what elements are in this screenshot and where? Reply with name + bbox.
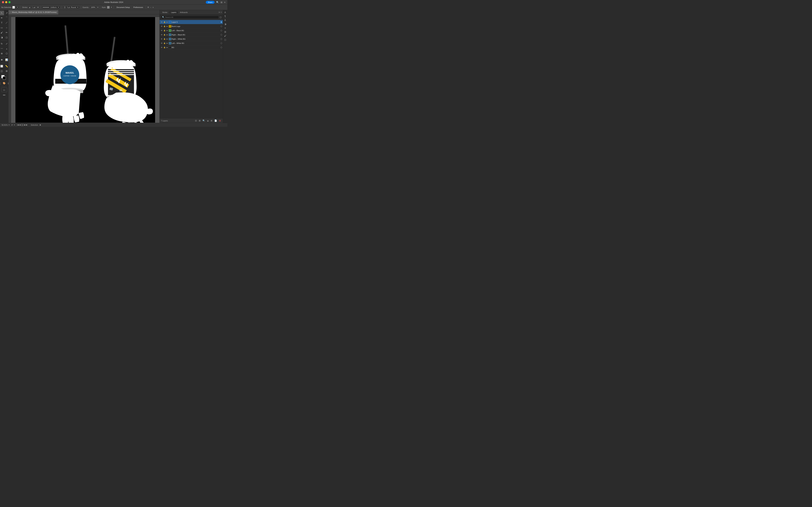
transform-icon[interactable]: ≡ [153, 6, 153, 8]
play-button[interactable]: ▶ [40, 124, 41, 126]
expand-arrow-1[interactable]: ▶ [166, 25, 169, 27]
artboards-tab[interactable]: Artboards [178, 11, 189, 14]
visibility-eye-6[interactable]: 👁 [160, 47, 163, 48]
mesh-tool[interactable]: ⊞ [4, 69, 9, 73]
collect-in-new-layer-button[interactable]: ⊞ [198, 119, 201, 122]
eraser-tool[interactable]: ◻ [4, 35, 9, 40]
layer-target-2[interactable] [221, 30, 222, 32]
panel-icon-8[interactable]: ◻ [224, 38, 227, 41]
visibility-eye-3[interactable]: 👁 [160, 34, 163, 36]
blend-tool[interactable]: ◑ [0, 35, 4, 40]
stroke-value[interactable]: 1 pt [32, 6, 36, 9]
new-layer-button[interactable]: 📄 [214, 119, 217, 122]
layer-target-1[interactable] [221, 25, 222, 27]
appearance-icon[interactable]: ◑ [224, 22, 227, 26]
fill-color-swatch[interactable] [12, 6, 15, 9]
arrange-icon[interactable]: ⊞ [147, 6, 149, 8]
pattern-icon[interactable]: ⊞ [224, 30, 227, 34]
layer-row[interactable]: 👁 🔒 ▶ Left – White BG [160, 41, 223, 45]
menu-icon[interactable]: ≡ [224, 1, 226, 4]
fill-color-dropdown[interactable]: ▼ [16, 6, 19, 8]
align-right-icon[interactable]: ≡ [224, 26, 226, 30]
layer-row[interactable]: 👁 🔒 ▶ Layer 5 [160, 20, 223, 24]
share-button[interactable]: Share [206, 1, 214, 4]
free-transform-tool[interactable]: ⟁ [4, 46, 9, 51]
warp-tool[interactable]: 〰 [0, 46, 4, 51]
artboard[interactable]: WAVES. COFFEE + HOUSE [15, 17, 155, 123]
artboard-tool[interactable]: ⬜ [0, 64, 4, 68]
expand-arrow-5[interactable]: ▶ [166, 42, 169, 44]
graph-tool[interactable]: 📊 [4, 58, 9, 62]
panel-expand-icon[interactable]: ≫ ≡ [218, 11, 222, 13]
canvas-surface[interactable]: WAVES. COFFEE + HOUSE [11, 17, 160, 123]
stroke-stepper-down[interactable]: ▲ [29, 6, 30, 8]
layer-target-5[interactable] [221, 42, 222, 44]
nav-last-button[interactable]: ▶| [26, 124, 27, 126]
search-input-wrap[interactable]: 🔍 [161, 16, 219, 19]
visibility-eye-2[interactable]: 👁 [160, 30, 163, 32]
none-color-button[interactable]: ⬚ [0, 81, 2, 86]
expand-arrow-3[interactable]: ▶ [166, 34, 169, 36]
layers-search-input[interactable] [165, 16, 217, 18]
lock-icon-4[interactable]: 🔒 [163, 38, 166, 40]
lock-icon-2[interactable]: 🔒 [163, 30, 166, 32]
layer-row[interactable]: 👁 🔒 ▶ BG [160, 45, 223, 50]
canvas-tab-close[interactable]: × [10, 11, 11, 13]
style-swatch[interactable] [107, 6, 110, 9]
lock-icon-6[interactable]: 🔒 [163, 47, 166, 48]
close-window-button[interactable] [2, 1, 4, 3]
preferences-button[interactable]: Preferences [132, 6, 144, 9]
direct-selection-tool[interactable]: ↗ [4, 11, 9, 15]
expand-arrow-4[interactable]: ▶ [166, 38, 169, 40]
minimize-window-button[interactable] [5, 1, 7, 3]
gradient-tool[interactable]: ◫ [0, 69, 4, 73]
lock-icon-5[interactable]: 🔒 [163, 42, 166, 44]
layer-target-0[interactable] [221, 21, 222, 23]
style-dropdown[interactable]: ▼ [111, 6, 112, 8]
pen-tool[interactable]: ✒ [0, 16, 4, 20]
expand-arrow-6[interactable]: ▶ [166, 47, 169, 48]
layer-target-3[interactable] [221, 34, 222, 36]
type-tool-icon[interactable]: A [224, 11, 226, 14]
visibility-eye-1[interactable]: 👁 [160, 25, 163, 27]
more-tools-button[interactable]: ••• [2, 93, 6, 97]
search-icon[interactable]: 🔍 [216, 1, 219, 4]
layer-row[interactable]: 👁 🔒 ▶ Right – Black BG [160, 33, 223, 37]
zoom-value[interactable]: 92.81% [2, 124, 8, 126]
layer-options-button[interactable]: ⬙ [206, 119, 209, 122]
stroke-indicator[interactable] [3, 76, 6, 79]
visibility-eye-0[interactable]: 👁 [160, 21, 163, 23]
ellipse-tool[interactable]: ○ [4, 25, 9, 30]
rotate-value[interactable]: 0° [11, 124, 13, 126]
rotate-dropdown[interactable]: ▼ [14, 124, 15, 126]
opacity-dropdown[interactable]: ▼ [97, 6, 99, 8]
maximize-window-button[interactable] [8, 1, 10, 3]
puppet-warp-tool[interactable]: ⊕ [0, 51, 4, 56]
scale-tool[interactable]: ⤢ [4, 42, 9, 46]
stroke-unit-dropdown[interactable]: ▼ [37, 6, 39, 8]
curvature-tool[interactable]: ⌒ [4, 16, 9, 20]
opacity-value[interactable]: 100% [90, 6, 96, 9]
stroke-tab[interactable]: Stroke [161, 11, 169, 14]
layer-row[interactable]: 👁 🔒 ▶ Right – White BG [160, 37, 223, 41]
fill-stroke-indicator[interactable] [1, 75, 7, 80]
layer-target-4[interactable] [221, 38, 222, 40]
paintbrush-tool[interactable]: 🖌 [0, 30, 4, 35]
expand-arrow-0[interactable]: ▶ [166, 21, 169, 23]
color-button[interactable]: 🎨 [2, 81, 6, 86]
line-tool[interactable]: ／ [4, 20, 9, 25]
grid-icon[interactable]: ⊞ [221, 1, 223, 4]
canvas-tab[interactable]: × Waves_Wednesday-W&B.ai* @ 92.81 % (RGB… [8, 10, 58, 14]
lock-icon-3[interactable]: 🔒 [163, 34, 166, 36]
new-layer-from-selection-button[interactable]: ⊡ [195, 119, 197, 122]
delete-layer-button[interactable]: 🗑 [218, 119, 222, 122]
find-icon[interactable]: 🔍 [202, 119, 206, 122]
selection-tool[interactable]: ↖ [0, 11, 4, 15]
perspective-tool[interactable]: ⬡ [4, 51, 9, 56]
visibility-eye-4[interactable]: 👁 [160, 38, 163, 40]
lock-icon-0[interactable]: 🔒 [163, 21, 166, 23]
nav-next-button[interactable]: ▶ [24, 124, 25, 126]
expand-arrow-2[interactable]: ▶ [166, 30, 169, 32]
brush-style-dropdown[interactable]: 5 pt. Round ▼ [63, 6, 79, 9]
pencil-tool[interactable]: ✏ [4, 30, 9, 35]
